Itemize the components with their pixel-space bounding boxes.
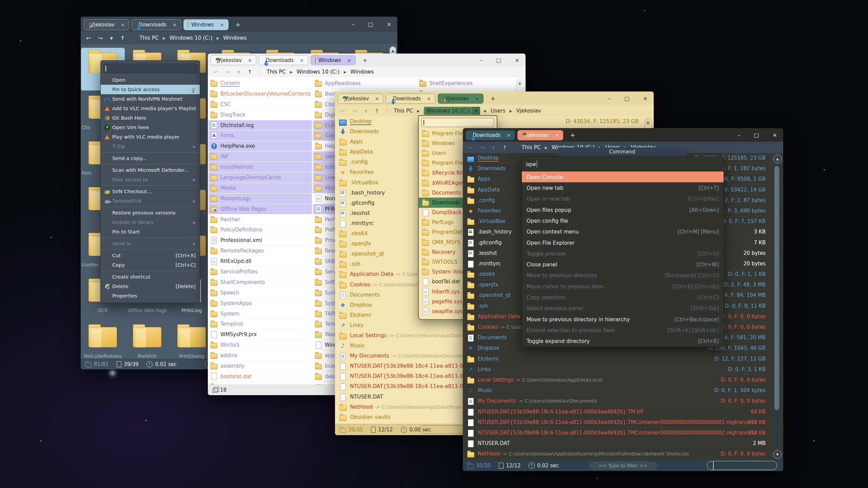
palette-item[interactable]: Select previous panel[Shift+Tab] [522, 303, 724, 314]
file-row[interactable]: BitLockerDiscoveryVolumeContents [209, 89, 312, 99]
front-titlebar[interactable]: Downloads×Vjekoslav×+ –□× [463, 128, 783, 142]
nav-forward-icon[interactable]: ↪ [225, 69, 230, 75]
tab-close-icon[interactable]: × [300, 58, 304, 63]
palette-item[interactable]: Move to previous directory[Backspace] [C… [522, 270, 724, 281]
breadcrumb-item[interactable]: Users [491, 108, 505, 114]
nav-history-icon[interactable]: ▾ [110, 35, 113, 41]
file-row[interactable]: assembly [209, 361, 312, 371]
menu-item[interactable]: Send to▶ [101, 239, 200, 248]
tab-windows[interactable]: Windows× [183, 19, 229, 30]
file-row[interactable]: addins [209, 350, 312, 361]
tab-vjekoslav[interactable]: Vjekoslav× [338, 94, 383, 104]
file-row[interactable]: WMSysPr9.prx [209, 329, 312, 340]
minimize-button[interactable]: – [608, 95, 611, 102]
file-row[interactable]: ServiceProfiles [209, 267, 312, 277]
minimize-button[interactable]: – [480, 57, 482, 63]
menu-item[interactable]: Give access to▶ [101, 175, 200, 184]
menu-item[interactable]: TortoiseSVN▶ [101, 196, 200, 206]
tab-close-icon[interactable]: × [173, 22, 177, 27]
palette-item[interactable]: Move cursor to previous item[Ctrl+K] [Ct… [522, 281, 724, 292]
new-tab-button[interactable]: + [236, 21, 240, 28]
minimize-button[interactable]: – [352, 21, 354, 27]
palette-item[interactable]: Open files popup[Alt+Down] [522, 204, 724, 215]
scroll-slider[interactable] [774, 166, 779, 410]
tab-close-icon[interactable]: × [220, 22, 224, 27]
breadcrumb-item[interactable]: Vjekoslav [516, 108, 541, 114]
file-row[interactable]: EksterniD: 12, F: 127, 12 GB [463, 354, 783, 365]
file-row[interactable]: NTUSER.DAT{53b39e88-18c4-11ea-a811-000d3… [463, 418, 783, 428]
menu-item[interactable]: Create shortcut [101, 272, 200, 282]
file-row[interactable]: RemotePackages [209, 246, 312, 256]
new-tab-button[interactable]: + [491, 95, 495, 102]
file-row[interactable]: RtlExUpd.dll [209, 256, 312, 267]
palette-item[interactable]: Open new tab[Ctrl+T] [522, 182, 724, 193]
tab-vjekoslav[interactable]: Vjekoslav× [517, 130, 563, 140]
palette-item[interactable]: Move to previous directory in hierarchy[… [522, 314, 724, 325]
file-tile[interactable]: Prefetch [125, 322, 169, 359]
file-row[interactable]: WinSxS [209, 340, 312, 350]
menu-item[interactable]: Properties [101, 291, 200, 301]
breadcrumb-item[interactable]: Windows [350, 69, 374, 75]
scroll-down-icon[interactable]: ▼ [773, 450, 782, 459]
nav-up-icon[interactable]: ↑ [502, 144, 507, 151]
file-tile[interactable]: PrintDialog [170, 322, 214, 359]
tab-close-icon[interactable]: × [475, 96, 479, 101]
maximize-button[interactable]: □ [496, 57, 501, 63]
file-row[interactable]: LanguageOverlayCache [209, 172, 312, 183]
file-row[interactable]: AFonts [209, 130, 312, 141]
nav-back-icon[interactable]: ↩ [213, 69, 218, 75]
tab-downloads[interactable]: Downloads× [386, 94, 435, 104]
breadcrumb-dropdown-icon[interactable]: ▼ [472, 107, 480, 115]
file-row[interactable]: ?HelpPane.exe [209, 141, 312, 151]
tab-close-icon[interactable]: × [121, 22, 125, 27]
palette-item[interactable]: Toggle expand directory[Ctrl+B] [522, 336, 724, 347]
file-row[interactable]: System [209, 309, 312, 319]
file-row[interactable]: Media [209, 183, 312, 194]
palette-item[interactable]: Open in new tab[Ctrl+Enter] [522, 194, 724, 204]
file-row[interactable]: Offline Web Pages [209, 204, 312, 215]
file-row[interactable]: ShellExperiences [417, 78, 521, 89]
menu-item[interactable]: SVN Checkout... [101, 187, 200, 196]
maximize-button[interactable]: □ [624, 95, 629, 102]
nav-up-icon[interactable]: ↑ [375, 108, 379, 114]
breadcrumb-item[interactable]: This PC [394, 108, 413, 114]
dropdown-filter-input[interactable] [421, 118, 494, 127]
file-row[interactable]: NTUSER.DAT2 MB [463, 439, 783, 449]
nav-history-icon[interactable]: ▾ [237, 69, 240, 75]
palette-item[interactable]: Copy selection[Ctrl+C] [522, 292, 724, 303]
tab-downloads[interactable]: Downloads× [132, 19, 181, 30]
file-row[interactable]: CSC [209, 99, 312, 110]
file-row[interactable]: bootstat.dat [209, 371, 312, 382]
palette-item[interactable]: Extend selection to previous item[Shift+… [522, 325, 724, 336]
nav-back-icon[interactable]: ↩ [340, 108, 345, 114]
scroll-up-icon[interactable]: ▲ [773, 155, 782, 163]
tab-close-icon[interactable]: × [427, 96, 431, 101]
menu-item[interactable]: Restore previous versions [101, 208, 200, 218]
file-row[interactable]: ♪MusicD: 0, F: 1, 504 bytes [463, 386, 783, 396]
palette-item[interactable]: Open config file [522, 215, 724, 226]
file-row[interactable]: PolicyDefinitions [209, 225, 312, 235]
close-button[interactable]: × [643, 95, 648, 102]
menu-item[interactable]: Play with VLC media player [101, 132, 200, 142]
file-row[interactable]: AppReadiness [313, 78, 416, 89]
file-row[interactable]: ModemLogs [209, 194, 312, 204]
scroll-up-icon[interactable]: ▲ [646, 119, 650, 126]
breadcrumb-item[interactable]: This PC [139, 35, 159, 41]
front-scrollbar[interactable]: ▲ ▼ [773, 155, 781, 459]
tab-close-icon[interactable]: × [347, 58, 351, 63]
menu-item[interactable]: 7-Zip▶ [101, 142, 200, 151]
new-tab-button[interactable]: + [570, 132, 575, 139]
breadcrumb-item[interactable]: This PC [521, 144, 541, 150]
file-row[interactable]: NetHood -> C:\Users\Vjekoslav\AppData\Ro… [463, 449, 783, 460]
type-to-filter-button[interactable]: >> Type to filter << [589, 462, 657, 470]
file-tile[interactable]: PolicyDefinitions [81, 322, 125, 359]
menu-item[interactable]: Pin to Quick access [101, 85, 200, 94]
menu-item[interactable]: Git Bash Here [101, 113, 200, 123]
win1-titlebar[interactable]: Vjekoslav×Downloads×Windows×+ –□× [81, 17, 397, 32]
close-button[interactable]: × [387, 21, 391, 27]
menu-item[interactable]: Send with NordVPN Meshnet [101, 94, 200, 104]
tab-vjekoslav[interactable]: Vjekoslav× [211, 55, 256, 65]
palette-item[interactable]: Close panel[Ctrl+W] [522, 259, 724, 270]
file-row[interactable]: ShellComponents [209, 277, 312, 288]
tab-windows[interactable]: Windows× [311, 55, 356, 65]
